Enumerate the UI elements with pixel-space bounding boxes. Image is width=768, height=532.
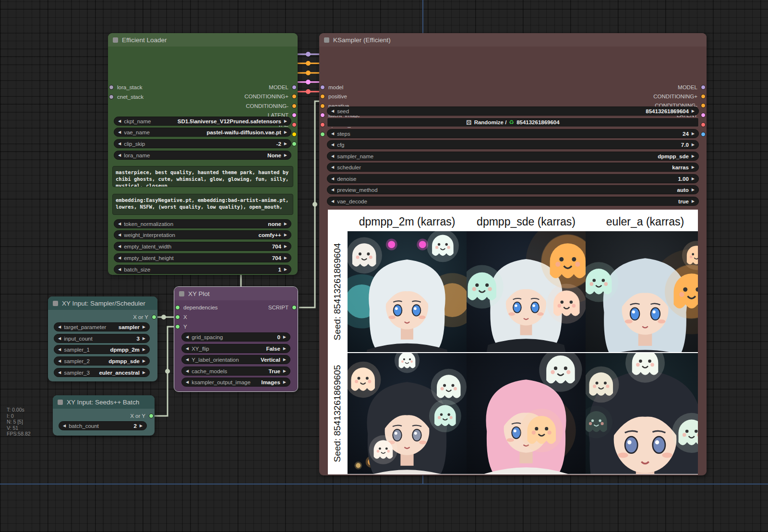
port-dot[interactable]	[320, 85, 325, 90]
decrement-arrow-icon[interactable]: ◀	[118, 130, 121, 134]
decrement-arrow-icon[interactable]: ◀	[331, 199, 334, 203]
collapse-box-icon[interactable]	[179, 291, 184, 296]
increment-arrow-icon[interactable]: ▶	[143, 370, 145, 375]
port-dot[interactable]	[292, 122, 297, 127]
empty-latent-height-widget[interactable]: ◀ empty_latent_height 704 ▶	[114, 253, 291, 262]
port-dot[interactable]	[320, 94, 325, 99]
output-conditioning-plus[interactable]: CONDITIONING+	[244, 93, 297, 100]
increment-arrow-icon[interactable]: ▶	[283, 357, 286, 362]
decrement-arrow-icon[interactable]: ◀	[186, 335, 189, 339]
port-dot[interactable]	[175, 305, 180, 310]
decrement-arrow-icon[interactable]: ◀	[331, 154, 334, 158]
cfg-widget[interactable]: ◀ cfg 7.0 ▶	[327, 140, 699, 149]
decrement-arrow-icon[interactable]: ◀	[58, 336, 61, 341]
increment-arrow-icon[interactable]: ▶	[692, 109, 695, 113]
input-model[interactable]: model	[320, 84, 343, 91]
increment-arrow-icon[interactable]: ▶	[284, 233, 287, 237]
port-dot[interactable]	[292, 113, 297, 118]
decrement-arrow-icon[interactable]: ◀	[331, 142, 334, 147]
output-script[interactable]: SCRIPT	[268, 304, 297, 311]
port-dot[interactable]	[320, 113, 325, 118]
decrement-arrow-icon[interactable]: ◀	[58, 370, 61, 375]
node-xy-input-sampler-scheduler[interactable]: XY Input: Sampler/Scheduler X or Y ◀ tar…	[48, 296, 157, 381]
port-dot[interactable]	[152, 315, 156, 319]
target-parameter-widget[interactable]: ◀ target_parameter sampler ▶	[54, 322, 150, 331]
port-dot[interactable]	[175, 315, 180, 319]
port-dot[interactable]	[292, 142, 297, 146]
port-dot[interactable]	[320, 104, 325, 108]
increment-arrow-icon[interactable]: ▶	[284, 119, 287, 123]
increment-arrow-icon[interactable]: ▶	[143, 336, 145, 341]
input-cnet-stack[interactable]: cnet_stack	[109, 94, 144, 100]
increment-arrow-icon[interactable]: ▶	[284, 142, 287, 146]
node-title-bar[interactable]: Efficient Loader	[108, 33, 298, 47]
empty-latent-width-widget[interactable]: ◀ empty_latent_width 704 ▶	[114, 242, 291, 251]
ksampler-output-image-widget[interactable]: ◀ ksampler_output_image Images ▶	[181, 378, 290, 387]
increment-arrow-icon[interactable]: ▶	[692, 188, 695, 192]
port-dot[interactable]	[701, 113, 706, 118]
decrement-arrow-icon[interactable]: ◀	[331, 177, 334, 181]
batch-count-widget[interactable]: ◀ batch_count 2 ▶	[59, 421, 147, 430]
increment-arrow-icon[interactable]: ▶	[284, 153, 287, 157]
increment-arrow-icon[interactable]: ▶	[143, 325, 145, 329]
decrement-arrow-icon[interactable]: ◀	[118, 244, 121, 248]
decrement-arrow-icon[interactable]: ◀	[186, 380, 189, 384]
node-xy-plot[interactable]: XY Plot dependencies X Y SCRIPT ◀ grid_s…	[174, 287, 298, 391]
node-title-bar[interactable]: XY Input: Seeds++ Batch	[53, 395, 155, 409]
decrement-arrow-icon[interactable]: ◀	[63, 424, 66, 428]
input-positive[interactable]: positive	[320, 93, 347, 100]
increment-arrow-icon[interactable]: ▶	[283, 369, 286, 373]
decrement-arrow-icon[interactable]: ◀	[118, 153, 121, 157]
output-x-or-y[interactable]: X or Y	[133, 314, 156, 320]
node-efficient-loader[interactable]: Efficient Loader lora_stack cnet_stack M…	[108, 33, 298, 275]
output-model[interactable]: MODEL	[678, 84, 706, 91]
increment-arrow-icon[interactable]: ▶	[692, 199, 695, 203]
port-dot[interactable]	[701, 122, 706, 127]
port-dot[interactable]	[109, 95, 114, 99]
port-dot[interactable]	[292, 85, 297, 90]
node-title-bar[interactable]: XY Input: Sampler/Scheduler	[48, 296, 157, 310]
decrement-arrow-icon[interactable]: ◀	[331, 165, 334, 169]
vae-name-widget[interactable]: ◀ vae_name pastel-waifu-diffusion.vae.pt…	[114, 128, 291, 137]
decrement-arrow-icon[interactable]: ◀	[118, 256, 121, 260]
decrement-arrow-icon[interactable]: ◀	[118, 233, 121, 237]
increment-arrow-icon[interactable]: ▶	[284, 256, 287, 260]
denoise-widget[interactable]: ◀ denoise 1.00 ▶	[327, 174, 699, 183]
sampler-1-widget[interactable]: ◀ sampler_1 dpmpp_2m ▶	[54, 345, 150, 354]
port-dot[interactable]	[109, 85, 114, 90]
decrement-arrow-icon[interactable]: ◀	[331, 109, 334, 113]
increment-arrow-icon[interactable]: ▶	[140, 424, 143, 428]
weight-interpretation-widget[interactable]: ◀ weight_interpretation comfy++ ▶	[114, 230, 291, 239]
batch-size-widget[interactable]: ◀ batch_size 1 ▶	[114, 265, 291, 274]
increment-arrow-icon[interactable]: ▶	[692, 165, 695, 169]
decrement-arrow-icon[interactable]: ◀	[186, 346, 189, 351]
decrement-arrow-icon[interactable]: ◀	[118, 142, 121, 146]
node-graph-canvas[interactable]: T: 0.00s I: 0 N: 5 [5] V: 51 FPS:58.82 E…	[0, 0, 768, 532]
seed-widget[interactable]: ◀ seed 85413261869604 ▶	[327, 106, 699, 116]
xy-flip-widget[interactable]: ◀ XY_flip False ▶	[181, 344, 290, 353]
sampler-3-widget[interactable]: ◀ sampler_3 euler_ancestral ▶	[54, 368, 150, 377]
preview-method-widget[interactable]: ◀ preview_method auto ▶	[327, 185, 699, 194]
port-dot[interactable]	[320, 132, 325, 137]
increment-arrow-icon[interactable]: ▶	[692, 154, 695, 158]
port-dot[interactable]	[292, 104, 297, 108]
node-title-bar[interactable]: KSampler (Efficient)	[319, 33, 707, 47]
positive-prompt-textarea[interactable]: masterpiece, best quality, haunted theme…	[112, 166, 293, 187]
token-normalization-widget[interactable]: ◀ token_normalization none ▶	[114, 219, 291, 228]
port-dot[interactable]	[292, 94, 297, 99]
negative-prompt-textarea[interactable]: embedding:EasyNegative.pt, embedding:bad…	[112, 194, 293, 215]
decrement-arrow-icon[interactable]: ◀	[58, 359, 61, 363]
input-count-widget[interactable]: ◀ input_count 3 ▶	[54, 334, 150, 343]
scheduler-widget[interactable]: ◀ scheduler karras ▶	[327, 163, 699, 172]
decrement-arrow-icon[interactable]: ◀	[58, 347, 61, 352]
decrement-arrow-icon[interactable]: ◀	[118, 222, 121, 226]
input-dependencies[interactable]: dependencies	[175, 304, 218, 311]
port-dot[interactable]	[292, 305, 297, 310]
clip-skip-widget[interactable]: ◀ clip_skip -2 ▶	[114, 139, 291, 148]
collapse-box-icon[interactable]	[58, 400, 63, 405]
node-title-bar[interactable]: XY Plot	[174, 287, 298, 300]
collapse-box-icon[interactable]	[53, 301, 58, 306]
port-dot[interactable]	[175, 324, 180, 329]
xy-plot-preview-image[interactable]: dpmpp_2m (karras) dpmpp_sde (karras) eul…	[328, 210, 698, 474]
port-dot[interactable]	[320, 122, 325, 127]
